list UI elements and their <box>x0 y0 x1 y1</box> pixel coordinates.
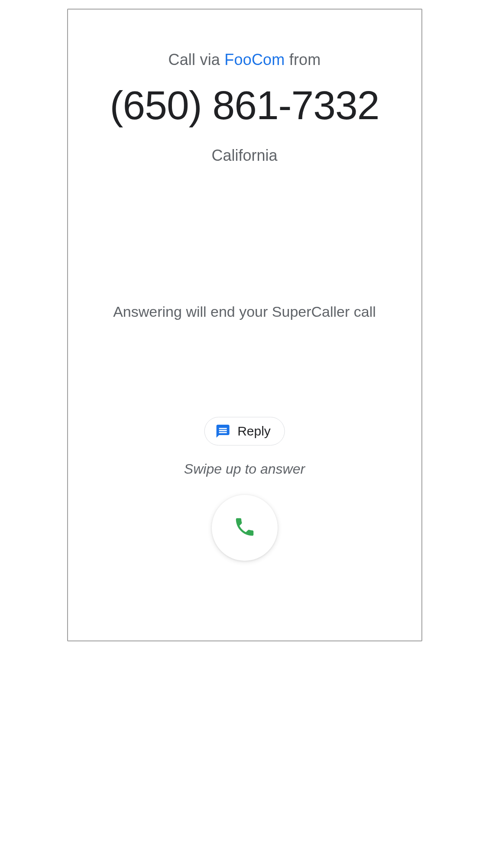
call-via-suffix: from <box>285 51 321 68</box>
reply-button-label: Reply <box>237 424 271 439</box>
call-header: Call via FooCom from (650) 861-7332 Cali… <box>68 10 421 165</box>
phone-icon <box>233 515 256 540</box>
svg-rect-2 <box>219 432 227 433</box>
message-icon <box>215 423 230 439</box>
call-via-prefix: Call via <box>168 51 224 68</box>
reply-button[interactable]: Reply <box>204 417 285 445</box>
svg-rect-0 <box>219 428 227 429</box>
caller-phone-number: (650) 861-7332 <box>110 85 379 126</box>
call-via-label: Call via FooCom from <box>168 51 321 69</box>
swipe-hint-text: Swipe up to answer <box>68 461 421 477</box>
caller-location: California <box>211 146 277 165</box>
incoming-call-screen: Call via FooCom from (650) 861-7332 Cali… <box>67 9 422 641</box>
call-warning-text: Answering will end your SuperCaller call <box>68 303 421 320</box>
call-via-app-link[interactable]: FooCom <box>224 51 285 68</box>
answer-call-button[interactable] <box>212 495 278 561</box>
svg-rect-1 <box>219 430 227 431</box>
